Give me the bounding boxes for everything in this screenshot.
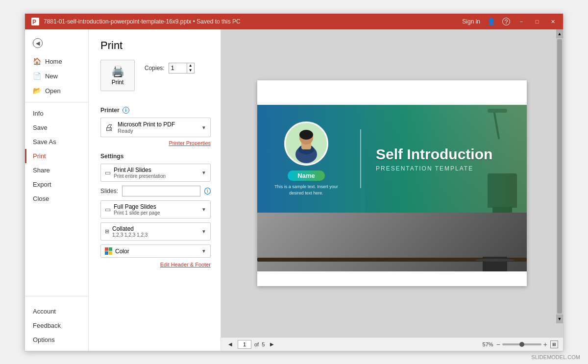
sign-in-link[interactable]: Sign in [462, 18, 480, 25]
sidebar-item-share[interactable]: Share [25, 163, 88, 177]
sidebar-item-home-label: Home [45, 58, 62, 65]
office-desk [257, 213, 527, 271]
slide-right-col: Self Introduction PRESENTATION TEMPLATE [366, 141, 527, 177]
sidebar-item-account[interactable]: Account [25, 304, 88, 318]
account-icon[interactable]: 👤 [487, 18, 495, 25]
sidebar-divider-1 [25, 102, 88, 102]
color-label: Color [115, 248, 198, 255]
printer-section-label: Printer i [100, 107, 211, 114]
sidebar-item-new[interactable]: 📄 New [25, 69, 88, 83]
slide-left-col: Name This is a sample text. Insert your … [257, 117, 355, 201]
sidebar-item-options[interactable]: Options [25, 333, 88, 347]
copies-down[interactable]: ▼ [187, 68, 194, 73]
slide-name-text: Name [297, 172, 315, 179]
copies-input[interactable] [169, 63, 187, 73]
sidebar: ◀ 🏠 Home 📄 New 📂 Open Info [25, 29, 89, 351]
color-text: Color [115, 248, 198, 255]
page-of-label: of [254, 341, 259, 347]
slide-avatar [284, 121, 328, 166]
printer-status: Ready [118, 128, 197, 134]
collated-dropdown[interactable]: ⊞ Collated 1,2,3 1,2,3 1,2,3 ▼ [100, 222, 211, 241]
sidebar-item-open[interactable]: 📂 Open [25, 83, 88, 98]
zoom-controls: − + [496, 340, 547, 348]
copies-row: Copies: ▲ ▼ [145, 63, 195, 73]
sidebar-item-new-label: New [45, 73, 58, 80]
open-icon: 📂 [33, 87, 41, 95]
collated-label: Collated [112, 225, 198, 232]
full-page-dropdown-arrow: ▼ [201, 207, 206, 212]
printer-properties-link[interactable]: Printer Properties [100, 140, 211, 146]
scrollbar-up[interactable]: ▲ [556, 29, 563, 38]
minimize-button[interactable]: − [517, 17, 526, 26]
sidebar-item-open-label: Open [45, 87, 61, 95]
collated-dropdown-arrow: ▼ [201, 229, 206, 234]
slides-input[interactable] [122, 186, 200, 196]
print-all-slides-sub: Print entire presentation [114, 173, 198, 179]
prev-page-button[interactable]: ◀ [226, 340, 235, 349]
sidebar-item-info-label: Info [33, 110, 44, 117]
back-icon: ◀ [33, 38, 43, 48]
slides-info-icon[interactable]: i [204, 188, 211, 194]
color-icon [105, 247, 112, 255]
feedback-label: Feedback [33, 322, 61, 329]
maximize-button[interactable]: □ [533, 17, 541, 26]
collated-sub: 1,2,3 1,2,3 1,2,3 [112, 232, 198, 238]
slide-top [257, 80, 527, 105]
sidebar-item-feedback[interactable]: Feedback [25, 318, 88, 333]
page-number-input[interactable] [238, 340, 251, 349]
watermark: SLIDEMODEL.COM [0, 351, 588, 363]
edit-header-footer-link[interactable]: Edit Header & Footer [100, 262, 211, 267]
collated-text: Collated 1,2,3 1,2,3 1,2,3 [112, 225, 198, 238]
sidebar-item-info[interactable]: Info [25, 106, 88, 121]
print-button[interactable]: 🖨️ Print [100, 60, 135, 91]
color-dropdown[interactable]: Color ▼ [100, 244, 211, 258]
printer-info-icon[interactable]: i [122, 107, 129, 114]
help-icon[interactable]: ? [502, 18, 510, 25]
next-page-button[interactable]: ▶ [268, 340, 276, 349]
printer-selector[interactable]: 🖨 Microsoft Print to PDF Ready ▼ [100, 118, 211, 137]
printer-info: Microsoft Print to PDF Ready [118, 121, 197, 134]
sidebar-item-print-label: Print [33, 152, 46, 160]
slide-preview: Name This is a sample text. Insert your … [257, 80, 527, 286]
slide-bottom [257, 213, 527, 286]
title-bar: P 7881-01-self-introduction-powerpoint-t… [25, 14, 563, 29]
slide-main-title: Self Introduction [376, 146, 517, 162]
slides-dropdown-arrow: ▼ [201, 170, 206, 175]
main-layout: ◀ 🏠 Home 📄 New 📂 Open Info [25, 29, 563, 351]
slides-icon: ▭ [105, 169, 111, 176]
scrollbar-down[interactable]: ▼ [556, 315, 563, 323]
slides-field-label: Slides: [100, 188, 118, 194]
app-icon: P [31, 17, 40, 26]
back-button[interactable]: ◀ [25, 34, 88, 52]
zoom-in-button[interactable]: + [543, 340, 547, 348]
close-button[interactable]: ✕ [548, 17, 557, 26]
slide-divider [360, 129, 361, 188]
full-page-slides-dropdown[interactable]: ▭ Full Page Slides Print 1 slide per pag… [100, 200, 211, 218]
printer-name: Microsoft Print to PDF [118, 121, 197, 128]
printer-label-text: Printer [100, 107, 120, 114]
zoom-slider[interactable] [502, 343, 541, 345]
svg-point-7 [299, 130, 313, 140]
print-title: Print [100, 39, 211, 52]
scrollbar-thumb[interactable] [557, 39, 562, 314]
home-icon: 🏠 [33, 57, 41, 65]
slide-desc: This is a sample text. Insert your desir… [262, 184, 350, 196]
window-controls: Sign in 👤 ? − □ ✕ [462, 17, 557, 26]
sidebar-item-print[interactable]: Print [25, 149, 88, 163]
copies-up[interactable]: ▲ [187, 63, 194, 68]
full-page-slides-sub: Print 1 slide per page [114, 210, 198, 216]
zoom-fit-button[interactable]: ⊞ [550, 340, 558, 348]
sidebar-item-save[interactable]: Save [25, 121, 88, 135]
sidebar-item-close[interactable]: Close [25, 192, 88, 206]
sidebar-item-export-label: Export [33, 181, 51, 188]
print-all-slides-dropdown[interactable]: ▭ Print All Slides Print entire presenta… [100, 164, 211, 182]
preview-scrollbar[interactable]: ▲ ▼ [556, 29, 563, 323]
page-total: 5 [262, 341, 265, 347]
zoom-out-button[interactable]: − [496, 340, 500, 348]
print-button-icon: 🖨️ [111, 65, 124, 78]
sidebar-divider-2 [25, 296, 88, 296]
sidebar-item-save-as[interactable]: Save As [25, 135, 88, 149]
sidebar-item-export[interactable]: Export [25, 177, 88, 192]
print-all-slides-label: Print All Slides [114, 167, 198, 173]
sidebar-item-home[interactable]: 🏠 Home [25, 54, 88, 69]
